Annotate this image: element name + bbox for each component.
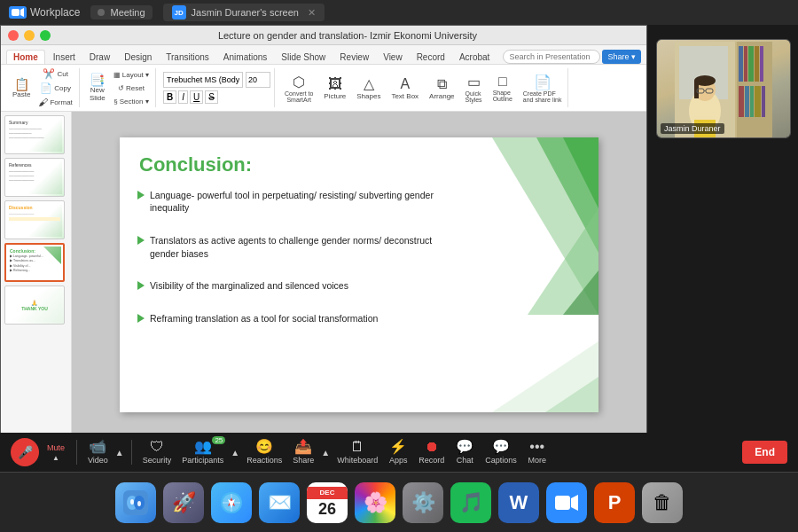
picture-button[interactable]: 🖼 Picture [321,74,348,102]
macos-dock: 🚀 ✉️ DEC 26 🌸 ⚙️ 🎵 W P 🗑 [0,472,798,532]
quick-styles-button[interactable]: ▭ QuickStyles [463,72,485,105]
maximize-button[interactable] [40,30,51,41]
shape-outline-button[interactable]: □ ShapeOutline [490,72,515,104]
share-button[interactable]: 📤 Share [289,438,317,466]
dock-launchpad[interactable]: 🚀 [163,482,204,523]
slide-thumb-41[interactable]: 🙏THANK YOU [4,286,65,325]
font-name-input[interactable] [163,72,243,88]
toolbar-left: 🎤 Mute ▲ 📹 Video ▲ 🛡 Security 👥 Particip… [11,438,551,466]
dock-spotify[interactable]: 🎵 [450,482,491,523]
tab-record[interactable]: Record [411,51,451,64]
settings-icon: ⚙️ [411,491,435,514]
mute-button[interactable]: 🎤 [11,438,39,466]
cut-button[interactable]: ✂️Cut [35,67,74,81]
create-pdf-button[interactable]: 📄 Create PDFand share link [520,72,565,105]
tab-transitions[interactable]: Transitions [160,51,215,64]
convert-to-smartart-button[interactable]: ⬡ Convert toSmartArt [282,72,316,105]
whiteboard-icon: 🗒 [350,440,364,454]
participants-icon: 👥 [194,440,212,454]
reactions-icon: 😊 [255,440,273,454]
slide-thumb-37[interactable]: Summary ───────────── ───────── ────────… [4,115,65,154]
slide-thumb-38[interactable]: References ────────── ────────── ───────… [4,158,65,197]
captions-icon: 💬 [492,440,510,454]
share-label-text: Share [293,456,314,465]
tab-view[interactable]: View [377,51,409,64]
chevron-video-icon[interactable]: ▲ [115,448,124,458]
svg-rect-42 [555,496,570,510]
slide-thumb-39[interactable]: Discussion ────────── [4,200,65,239]
close-button[interactable] [8,30,19,41]
whiteboard-button[interactable]: 🗒 Whiteboard [333,438,381,466]
tab-review[interactable]: Review [333,51,375,64]
chevron-participants-icon[interactable]: ▲ [231,448,239,458]
tab-home[interactable]: Home [6,50,45,64]
ppt-title: Lecture on gender and translation- Izmir… [56,30,639,41]
shapes-button[interactable]: △ Shapes [354,74,383,102]
dock-finder[interactable] [115,482,156,523]
mute-label-btn[interactable]: Mute ▲ [43,442,69,464]
italic-button[interactable]: I [178,90,188,104]
strikethrough-button[interactable]: S [205,90,218,104]
bold-button[interactable]: B [163,90,176,104]
tab-design[interactable]: Design [118,51,158,64]
close-icon[interactable]: ✕ [308,7,316,19]
tab-animations[interactable]: Animations [217,51,273,64]
share-button[interactable]: Share ▾ [602,50,641,64]
video-icon: 📹 [89,440,106,454]
slide-thumb-40[interactable]: Conclusion: ▶ Language- powerful... ▶ Tr… [4,243,65,282]
svg-marker-43 [571,495,578,511]
zoom-logo-text: Workplace [30,6,80,19]
search-input[interactable] [503,50,600,64]
reactions-button[interactable]: 😊 Reactions [243,438,286,466]
dock-calendar[interactable]: DEC 26 [307,482,348,523]
chat-button[interactable]: 💬 Chat [451,438,478,466]
format-painter-button[interactable]: 🖌Format [35,96,74,109]
arrange-button[interactable]: ⧉ Arrange [426,74,457,102]
section-button[interactable]: §Section ▾ [111,96,152,107]
tab-insert[interactable]: Insert [47,51,82,64]
dock-safari[interactable] [211,482,252,523]
minimize-button[interactable] [24,30,35,41]
svg-rect-18 [750,86,754,117]
dock-photos[interactable]: 🌸 [355,482,395,523]
bullet-text-4: Reframing translation as a tool for soci… [150,312,378,325]
paste-button[interactable]: 📋 Paste [10,76,33,100]
layout-button[interactable]: ▦Layout ▾ [111,69,152,81]
dock-trash[interactable]: 🗑 [642,482,683,523]
font-size-input[interactable] [246,72,270,88]
slide-bullet-2: Translators as active agents to challeng… [137,234,448,260]
dock-word[interactable]: W [498,482,539,523]
slide-decoration-bottom-right [492,341,598,412]
video-button[interactable]: 📹 Video [84,438,112,466]
record-button[interactable]: ⏺ Record [415,438,448,466]
tab-acrobat[interactable]: Acrobat [453,51,496,64]
reset-button[interactable]: ↺Reset [111,82,152,94]
captions-button[interactable]: 💬 Captions [481,438,520,466]
screen-share-pill[interactable]: JD Jasmin Duraner's screen ✕ [163,4,325,21]
dock-mail[interactable]: ✉️ [259,482,300,523]
meeting-pill[interactable]: Meeting [90,5,152,20]
clipboard-group: 📋 Paste ✂️Cut 📄Copy 🖌Format [6,68,80,107]
apps-button[interactable]: ⚡ Apps [385,438,411,466]
slide-heading: Conclusion: [139,153,252,176]
tab-draw[interactable]: Draw [83,51,116,64]
new-slide-button[interactable]: 📑 New Slide [87,72,108,104]
dock-powerpoint[interactable]: P [594,482,635,523]
slide-entry-39: 39 Discussion ────────── [4,200,67,239]
text-box-button[interactable]: A Text Box [388,74,421,102]
dock-zoom[interactable] [546,482,587,523]
screen-share-label: Jasmin Duraner's screen [192,7,299,18]
end-button[interactable]: End [742,441,787,464]
slide-canvas: Conclusion: Language- powerful tool in p… [72,112,646,437]
dock-settings[interactable]: ⚙️ [403,482,443,523]
underline-button[interactable]: U [190,90,203,104]
participants-button[interactable]: 👥 Participants 25 [178,438,227,466]
copy-button[interactable]: 📄Copy [35,82,74,95]
chat-icon: 💬 [456,440,473,454]
more-button[interactable]: ••• More [524,438,551,466]
slide-entry-41: 41 🙏THANK YOU [4,286,67,325]
mail-icon: ✉️ [268,491,292,514]
tab-slideshow[interactable]: Slide Show [275,51,332,64]
security-button[interactable]: 🛡 Security [139,438,176,466]
chevron-share-icon[interactable]: ▲ [321,448,330,458]
